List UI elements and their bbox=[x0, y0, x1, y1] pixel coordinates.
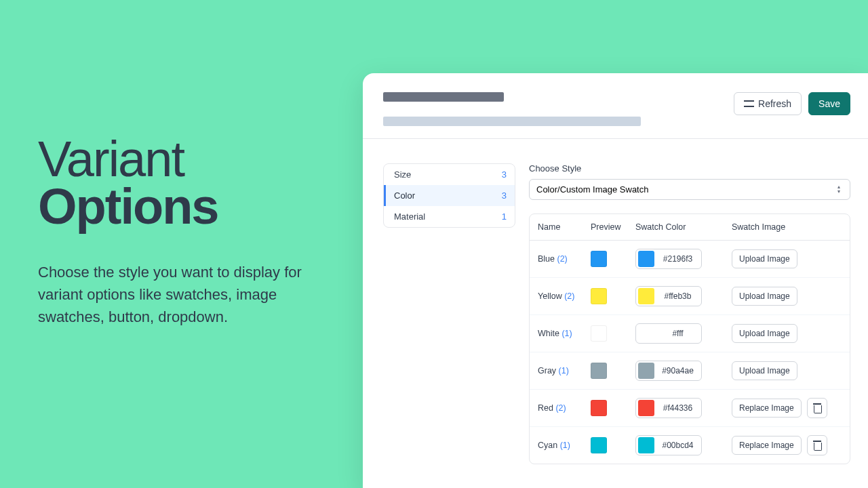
color-swatch bbox=[591, 437, 607, 453]
color-input[interactable]: #00bcd4 bbox=[635, 435, 702, 455]
swatch-name: Yellow (2) bbox=[538, 291, 591, 301]
swatch-count: (1) bbox=[561, 329, 572, 338]
delete-image-button[interactable] bbox=[807, 435, 827, 455]
color-swatch bbox=[591, 325, 607, 342]
table-header: Name Preview Swatch Color Swatch Image bbox=[530, 214, 850, 241]
swatch-image-cell: Replace Image bbox=[732, 435, 842, 455]
swatch-image-cell: Upload Image bbox=[732, 249, 842, 268]
color-input[interactable]: #f44336 bbox=[635, 398, 702, 418]
sidebar-item-label: Size bbox=[394, 169, 411, 180]
style-picker-label: Choose Style bbox=[529, 163, 850, 174]
swatch-name: Blue (2) bbox=[538, 254, 591, 264]
refresh-icon bbox=[744, 99, 754, 108]
swatch-image-cell: Upload Image bbox=[732, 361, 842, 380]
color-input[interactable]: #90a4ae bbox=[635, 361, 702, 381]
swatch-color-cell: #90a4ae bbox=[635, 361, 732, 381]
swatch-preview bbox=[591, 437, 635, 453]
color-input[interactable]: #fff bbox=[635, 323, 702, 344]
save-label: Save bbox=[818, 98, 840, 109]
hero-title-line2: Options bbox=[38, 178, 218, 235]
image-action-button[interactable]: Replace Image bbox=[732, 436, 802, 455]
color-swatch bbox=[591, 251, 607, 267]
table-row: White (1)#fffUpload Image bbox=[530, 314, 850, 352]
body: Size3Color3Material1 Choose Style Color/… bbox=[363, 139, 868, 464]
image-action-button[interactable]: Replace Image bbox=[732, 399, 802, 418]
color-hex: #fff bbox=[654, 329, 701, 338]
swatch-table: Name Preview Swatch Color Swatch Image B… bbox=[529, 214, 850, 464]
swatch-preview bbox=[591, 400, 635, 416]
color-hex: #f44336 bbox=[654, 403, 701, 413]
color-input[interactable]: #2196f3 bbox=[635, 249, 702, 269]
swatch-name: White (1) bbox=[538, 329, 591, 338]
skeleton-bar bbox=[383, 117, 641, 126]
swatch-color-cell: #f44336 bbox=[635, 398, 732, 418]
sidebar-item-color[interactable]: Color3 bbox=[384, 185, 515, 206]
image-action-button[interactable]: Upload Image bbox=[732, 361, 797, 380]
color-chip bbox=[638, 251, 654, 267]
th-swatch-image: Swatch Image bbox=[732, 222, 842, 232]
swatch-name: Red (2) bbox=[538, 403, 591, 413]
table-row: Blue (2)#2196f3Upload Image bbox=[530, 241, 850, 277]
color-hex: #00bcd4 bbox=[654, 441, 701, 450]
image-action-button[interactable]: Upload Image bbox=[732, 249, 797, 268]
hero-copy: Variant Options Choose the style you wan… bbox=[38, 136, 336, 328]
th-swatch-color: Swatch Color bbox=[635, 222, 732, 232]
chevron-updown-icon: ▴▾ bbox=[837, 185, 843, 194]
swatch-count: (2) bbox=[557, 254, 568, 264]
swatch-image-cell: Replace Image bbox=[732, 398, 842, 418]
sidebar-item-count: 3 bbox=[502, 169, 507, 180]
hero-title: Variant Options bbox=[38, 136, 336, 231]
swatch-preview bbox=[591, 325, 635, 342]
swatch-count: (2) bbox=[564, 291, 574, 301]
color-hex: #90a4ae bbox=[654, 366, 701, 375]
save-button[interactable]: Save bbox=[808, 92, 850, 115]
trash-icon bbox=[813, 441, 821, 450]
sidebar-item-material[interactable]: Material1 bbox=[384, 206, 515, 227]
style-select[interactable]: Color/Custom Image Swatch ▴▾ bbox=[529, 179, 850, 200]
swatch-image-cell: Upload Image bbox=[732, 324, 842, 343]
th-name: Name bbox=[538, 222, 591, 232]
swatch-name: Cyan (1) bbox=[538, 441, 591, 450]
sidebar-item-count: 1 bbox=[502, 211, 507, 222]
table-row: Cyan (1)#00bcd4Replace Image bbox=[530, 426, 850, 464]
swatch-color-cell: #00bcd4 bbox=[635, 435, 732, 455]
color-input[interactable]: #ffeb3b bbox=[635, 286, 702, 306]
table-row: Yellow (2)#ffeb3bUpload Image bbox=[530, 277, 850, 314]
delete-image-button[interactable] bbox=[807, 398, 827, 418]
color-swatch bbox=[591, 400, 607, 416]
sidebar-item-size[interactable]: Size3 bbox=[384, 164, 515, 185]
color-swatch bbox=[591, 288, 607, 304]
image-action-button[interactable]: Upload Image bbox=[732, 287, 797, 306]
color-chip bbox=[638, 288, 654, 304]
color-chip bbox=[638, 437, 654, 453]
app-card: Refresh Save Size3Color3Material1 Choose… bbox=[363, 73, 868, 488]
swatch-count: (1) bbox=[559, 366, 569, 375]
color-chip bbox=[638, 363, 654, 379]
swatch-count: (2) bbox=[555, 403, 566, 413]
swatch-preview bbox=[591, 251, 635, 267]
option-sidebar: Size3Color3Material1 bbox=[383, 163, 515, 228]
table-row: Red (2)#f44336Replace Image bbox=[530, 389, 850, 426]
sidebar-item-count: 3 bbox=[502, 190, 507, 201]
title-skeleton bbox=[383, 92, 641, 126]
swatch-image-cell: Upload Image bbox=[732, 287, 842, 306]
swatch-preview bbox=[591, 363, 635, 379]
swatch-color-cell: #fff bbox=[635, 323, 732, 344]
skeleton-bar bbox=[383, 92, 504, 102]
sidebar-item-label: Material bbox=[394, 211, 425, 222]
topbar: Refresh Save bbox=[363, 73, 868, 139]
image-action-button[interactable]: Upload Image bbox=[732, 324, 797, 343]
swatch-preview bbox=[591, 288, 635, 304]
swatch-name: Gray (1) bbox=[538, 366, 591, 375]
main-panel: Choose Style Color/Custom Image Swatch ▴… bbox=[529, 163, 850, 464]
trash-icon bbox=[813, 403, 821, 413]
refresh-button[interactable]: Refresh bbox=[734, 92, 802, 115]
sidebar-item-label: Color bbox=[394, 190, 415, 201]
color-chip bbox=[638, 400, 654, 416]
color-chip bbox=[638, 325, 654, 342]
th-preview: Preview bbox=[591, 222, 635, 232]
hero-subtitle: Choose the style you want to display for… bbox=[38, 261, 336, 328]
topbar-actions: Refresh Save bbox=[734, 92, 850, 115]
color-hex: #2196f3 bbox=[654, 254, 701, 264]
color-hex: #ffeb3b bbox=[654, 291, 701, 301]
